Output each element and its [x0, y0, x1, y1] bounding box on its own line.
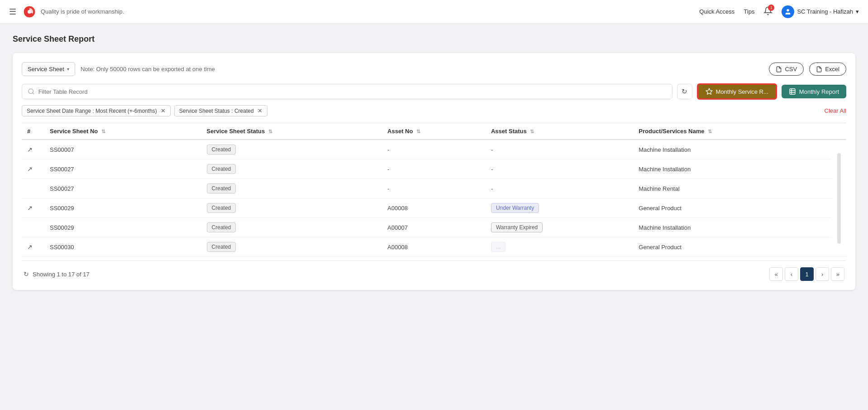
monthly-report-label: Monthly Report [799, 88, 839, 95]
filter-tag-date-range: Service Sheet Date Range : Most Recent (… [22, 105, 171, 116]
monthly-report-button[interactable]: Monthly Report [782, 85, 846, 98]
product-name-cell: General Product [633, 198, 832, 218]
external-link-icon[interactable]: ↗ [27, 204, 33, 212]
table-wrapper: # Service Sheet No ⇅ Service Sheet Statu… [22, 123, 846, 257]
remove-status-filter-button[interactable]: ✕ [258, 107, 262, 114]
row-index: ↗ [22, 237, 44, 257]
table-row: ↗SS00007Created--Machine Installation [22, 140, 846, 159]
remove-date-filter-button[interactable]: ✕ [161, 107, 166, 114]
clear-all-button[interactable]: Clear All [825, 107, 846, 114]
showing-text: ↻ Showing 1 to 17 of 17 [24, 270, 90, 278]
service-sheet-no-cell: SS00030 [44, 237, 201, 257]
search-input[interactable] [38, 88, 667, 95]
pagination-row: ↻ Showing 1 to 17 of 17 « ‹ 1 › » [22, 260, 846, 281]
service-sheet-no-cell: SS00029 [44, 218, 201, 237]
excel-icon [816, 66, 822, 72]
filter-tag-status: Service Sheet Status : Created ✕ [174, 105, 267, 116]
sort-icon: ⇅ [530, 129, 534, 134]
pagination-controls: « ‹ 1 › » [769, 267, 844, 281]
search-icon [28, 88, 35, 95]
col-service-sheet-no[interactable]: Service Sheet No ⇅ [44, 123, 201, 140]
table-scrollbar[interactable] [837, 153, 841, 244]
hamburger-menu[interactable]: ☰ [9, 7, 16, 17]
status-badge: Created [207, 242, 236, 252]
app-tagline: Quality is pride of workmanship. [41, 8, 699, 15]
tips-link[interactable]: Tips [744, 8, 754, 15]
notifications-bell[interactable]: 1 [763, 6, 773, 17]
sort-icon: ⇅ [101, 129, 105, 134]
asset-status-cell: - [486, 159, 633, 179]
product-name-cell: Machine Installation [633, 159, 832, 179]
prev-page-button[interactable]: ‹ [785, 267, 798, 281]
row-index: ↗ [22, 159, 44, 179]
excel-export-button[interactable]: Excel [809, 63, 846, 76]
main-card: Service Sheet ▾ Note: Only 50000 rows ca… [13, 53, 855, 290]
svg-point-1 [28, 10, 31, 14]
search-box [22, 84, 672, 99]
status-badge: Created [207, 164, 236, 174]
top-navigation: ☰ Quality is pride of workmanship. Quick… [0, 0, 868, 24]
col-asset-status[interactable]: Asset Status ⇅ [486, 123, 633, 140]
table-header-row: # Service Sheet No ⇅ Service Sheet Statu… [22, 123, 846, 140]
export-note: Note: Only 50000 rows can be exported at… [81, 66, 764, 72]
product-name-cell: Machine Installation [633, 218, 832, 237]
filter-row: Service Sheet ▾ Note: Only 50000 rows ca… [22, 62, 846, 76]
page-title: Service Sheet Report [13, 34, 855, 44]
status-badge: Created [207, 203, 236, 213]
sort-icon: ⇅ [708, 129, 712, 134]
row-index [22, 179, 44, 198]
quick-access-link[interactable]: Quick Access [699, 8, 734, 15]
csv-export-button[interactable]: CSV [769, 63, 804, 76]
asset-status-badge: ... [491, 242, 506, 252]
external-link-icon[interactable]: ↗ [27, 243, 33, 251]
asset-status-badge: Warranty Expired [491, 222, 543, 232]
first-page-button[interactable]: « [769, 267, 783, 281]
monthly-service-button[interactable]: Monthly Service R... [697, 83, 777, 100]
filter-tag-date-label: Service Sheet Date Range : Most Recent (… [27, 108, 157, 114]
csv-label: CSV [785, 66, 797, 72]
asset-no-cell: A00007 [382, 218, 486, 237]
service-sheet-no-cell: SS00027 [44, 179, 201, 198]
service-sheet-no-cell: SS00027 [44, 159, 201, 179]
notification-count: 1 [768, 5, 774, 11]
dropdown-label: Service Sheet [28, 66, 64, 72]
page-content: Service Sheet Report Service Sheet ▾ Not… [0, 24, 868, 301]
col-service-sheet-status[interactable]: Service Sheet Status ⇅ [201, 123, 382, 140]
sort-icon: ⇅ [268, 129, 272, 134]
col-hash: # [22, 123, 44, 140]
next-page-button[interactable]: › [816, 267, 829, 281]
product-name-cell: General Product [633, 237, 832, 257]
sort-icon: ⇅ [416, 129, 420, 134]
service-sheet-status-cell: Created [201, 179, 382, 198]
refresh-button[interactable]: ↻ [677, 84, 692, 99]
col-product-name[interactable]: Product/Services Name ⇅ [633, 123, 832, 140]
asset-no-cell: A00008 [382, 198, 486, 218]
last-page-button[interactable]: » [831, 267, 844, 281]
asset-no-cell: - [382, 159, 486, 179]
asset-status-badge: Under Warranty [491, 203, 539, 213]
pagination-showing: Showing 1 to 17 of 17 [33, 271, 90, 278]
asset-no-cell: - [382, 179, 486, 198]
asset-status-cell: - [486, 140, 633, 159]
external-link-icon[interactable]: ↗ [27, 165, 33, 173]
nav-actions: Quick Access Tips 1 SC Training - Hafiza… [699, 5, 859, 18]
svg-point-2 [787, 9, 789, 11]
excel-label: Excel [825, 66, 839, 72]
table-row: ↗SS00030CreatedA00008...General Product [22, 237, 846, 257]
asset-status-cell: Warranty Expired [486, 218, 633, 237]
user-profile[interactable]: SC Training - Hafizah ▾ [782, 5, 859, 18]
scroll-spacer [832, 123, 846, 140]
filter-tag-status-label: Service Sheet Status : Created [179, 108, 254, 114]
sheet-type-dropdown[interactable]: Service Sheet ▾ [22, 62, 75, 76]
page-1-button[interactable]: 1 [800, 267, 814, 281]
service-sheet-no-cell: SS00029 [44, 198, 201, 218]
status-badge: Created [207, 222, 236, 232]
table-row: SS00029CreatedA00007Warranty ExpiredMach… [22, 218, 846, 237]
asset-status-cell: - [486, 179, 633, 198]
external-link-icon[interactable]: ↗ [27, 146, 33, 153]
monthly-service-label: Monthly Service R... [716, 88, 768, 95]
col-asset-no[interactable]: Asset No ⇅ [382, 123, 486, 140]
service-sheet-status-cell: Created [201, 218, 382, 237]
table-row: ↗SS00027Created--Machine Installation [22, 159, 846, 179]
pagination-refresh-button[interactable]: ↻ [24, 270, 29, 278]
